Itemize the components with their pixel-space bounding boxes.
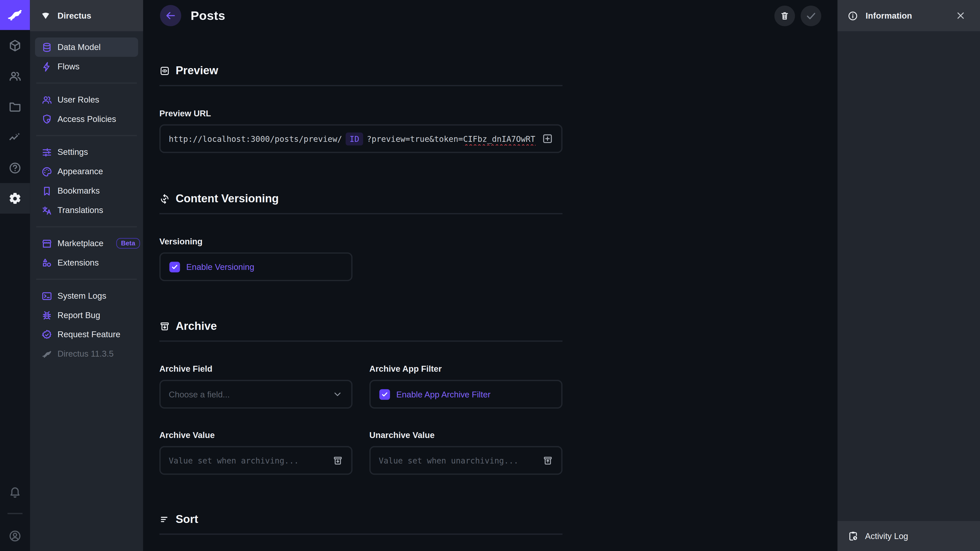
preview-url-label: Preview URL	[159, 109, 563, 118]
project-name: Directus	[57, 11, 91, 21]
add-variable-icon[interactable]	[542, 133, 553, 144]
url-token: CIFbz_dnIA7OwRTewJFC79aQoDl	[463, 134, 535, 143]
users-icon	[8, 69, 22, 83]
trash-icon	[780, 10, 790, 21]
project-header[interactable]: Directus	[30, 0, 143, 31]
nav-divider	[36, 226, 137, 227]
nav-item-label: Data Model	[57, 43, 100, 52]
people-icon	[41, 94, 52, 105]
nav-item-bookmarks[interactable]: Bookmarks	[35, 181, 138, 200]
close-icon	[956, 11, 966, 21]
section-sort: Sort	[159, 513, 563, 535]
bookmark-icon	[41, 185, 52, 197]
unarchive-value-label: Unarchive Value	[369, 430, 563, 440]
select-placeholder: Choose a field...	[169, 389, 332, 399]
module-bar	[0, 0, 30, 551]
nav-item-request-feature[interactable]: Request Feature	[35, 325, 138, 344]
preview-url-input[interactable]: http://localhost:3000/posts/preview/ ID …	[159, 124, 563, 153]
verified-icon	[41, 329, 52, 340]
module-file-library[interactable]	[0, 91, 30, 122]
nav-version: Directus 11.3.5	[35, 344, 138, 364]
nav-item-data-model[interactable]: Data Model	[35, 38, 138, 57]
module-content[interactable]	[0, 30, 30, 61]
cube-icon	[8, 38, 22, 52]
folder-icon	[8, 100, 22, 114]
database-icon	[41, 41, 52, 53]
sort-icon	[159, 514, 170, 525]
notifications-button[interactable]	[0, 476, 30, 507]
nav-item-user-roles[interactable]: User Roles	[35, 90, 138, 110]
section-title: Content Versioning	[176, 192, 279, 205]
header-actions	[774, 5, 821, 26]
save-button[interactable]	[800, 5, 821, 26]
archive-app-filter-label: Archive App Filter	[369, 364, 563, 374]
terminal-icon	[41, 290, 52, 302]
module-user-directory[interactable]	[0, 61, 30, 91]
section-title: Archive	[176, 320, 217, 333]
nav-item-label: Extensions	[57, 258, 99, 267]
arrow-left-icon	[165, 10, 177, 21]
archive-field-label: Archive Field	[159, 364, 352, 374]
page-title: Posts	[191, 8, 225, 23]
translate-icon	[41, 205, 52, 216]
preview-icon	[159, 65, 170, 76]
shapes-icon	[41, 257, 52, 268]
nav-item-settings[interactable]: Settings	[35, 142, 138, 162]
nav-item-appearance[interactable]: Appearance	[35, 162, 138, 181]
nav-item-report-bug[interactable]: Report Bug	[35, 306, 138, 325]
clipboard-clock-icon	[848, 530, 859, 541]
nav-item-label: Appearance	[57, 167, 103, 176]
account-icon	[8, 529, 22, 543]
archive-field-select[interactable]: Choose a field...	[159, 380, 352, 409]
nav-item-system-logs[interactable]: System Logs	[35, 286, 138, 306]
page-header: Posts	[143, 0, 838, 31]
section-archive: Archive	[159, 320, 563, 342]
version-label: Directus 11.3.5	[57, 349, 114, 359]
enable-app-archive-filter-checkbox[interactable]: Enable App Archive Filter	[369, 380, 563, 409]
nav-item-label: Marketplace	[57, 239, 103, 248]
section-title: Preview	[176, 64, 218, 77]
nav-item-translations[interactable]: Translations	[35, 200, 138, 220]
delete-collection-button[interactable]	[774, 5, 795, 26]
input-placeholder: Value set when archiving...	[169, 456, 326, 465]
info-sidebar-header[interactable]: Information	[838, 0, 980, 31]
section-title: Sort	[176, 513, 198, 526]
tune-icon	[41, 146, 52, 158]
info-sidebar-title: Information	[865, 11, 912, 21]
close-sidebar-button[interactable]	[952, 10, 969, 21]
archive-value-input[interactable]: Value set when archiving...	[159, 446, 352, 475]
activity-log-label: Activity Log	[865, 531, 908, 541]
back-button[interactable]	[160, 5, 181, 26]
beta-badge: Beta	[116, 238, 140, 248]
module-insights[interactable]	[0, 122, 30, 152]
project-fan-icon	[41, 11, 51, 21]
versioning-label: Versioning	[159, 237, 563, 246]
nav-item-label: Report Bug	[57, 310, 100, 320]
input-placeholder: Value set when unarchiving...	[379, 456, 536, 465]
archive-down-icon	[332, 455, 343, 466]
gear-icon	[8, 192, 22, 205]
nav-item-extensions[interactable]: Extensions	[35, 253, 138, 272]
archive-app-filter-block: Archive App Filter Enable App Archive Fi…	[369, 342, 563, 409]
archive-value-block: Archive Value Value set when archiving..…	[159, 409, 352, 475]
check-icon	[805, 10, 817, 22]
directus-logo[interactable]	[0, 0, 30, 30]
insights-icon	[8, 130, 22, 144]
enable-versioning-checkbox[interactable]: Enable Versioning	[159, 252, 352, 281]
info-sidebar-body	[838, 31, 980, 521]
main-content: Posts Preview Preview URL http://localho…	[143, 0, 838, 551]
id-variable-chip[interactable]: ID	[346, 132, 363, 145]
module-settings[interactable]	[0, 183, 30, 214]
unarchive-up-icon	[542, 455, 553, 466]
nav-item-label: Flows	[57, 62, 80, 71]
module-documentation[interactable]	[0, 152, 30, 183]
nav-item-flows[interactable]: Flows	[35, 57, 138, 76]
unarchive-value-input[interactable]: Value set when unarchiving...	[369, 446, 563, 475]
activity-log-button[interactable]: Activity Log	[838, 521, 980, 551]
nav-item-access-policies[interactable]: Access Policies	[35, 110, 138, 129]
nav-item-marketplace[interactable]: Marketplace Beta	[35, 233, 138, 253]
account-button[interactable]	[0, 520, 30, 551]
sync-check-icon	[159, 194, 170, 204]
section-content-versioning: Content Versioning	[159, 192, 563, 214]
nav-item-label: Settings	[57, 148, 88, 157]
